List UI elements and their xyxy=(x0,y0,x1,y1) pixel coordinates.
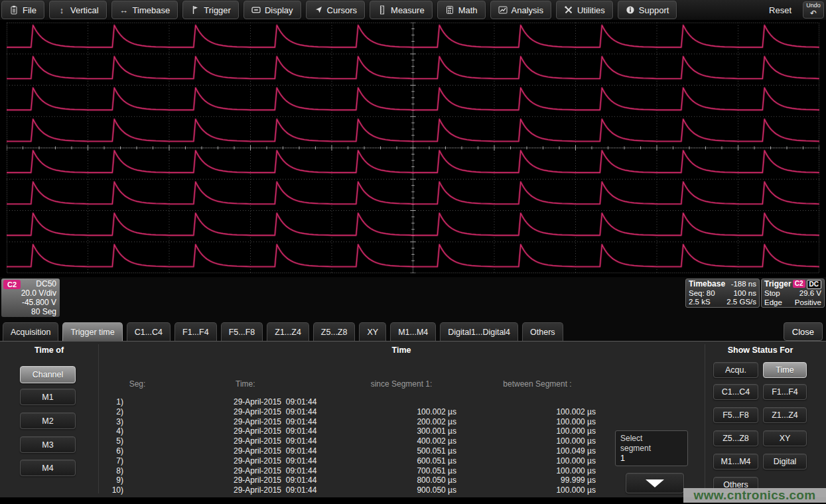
trigger-slope: Positive xyxy=(795,298,821,308)
cell-seg: 1) xyxy=(100,397,123,407)
trigger-descriptor[interactable]: Trigger C2DC Stop29.6 V EdgePositive xyxy=(761,279,825,308)
tab-z1-z4[interactable]: Z1...Z4 xyxy=(267,322,309,341)
menu-label: Timebase xyxy=(133,5,171,15)
cell-seg: 9) xyxy=(100,475,123,485)
status-xy-button[interactable]: XY xyxy=(763,430,807,446)
status-time-button[interactable]: Time xyxy=(763,362,807,378)
channel-c2-descriptor[interactable]: C2 DC50 20.0 V/div -45.800 V 80 Seg xyxy=(1,279,60,317)
undo-button[interactable]: Undo ↶ xyxy=(803,1,824,19)
cell-between: 100.000 µs xyxy=(511,436,596,446)
cell-seg: 7) xyxy=(100,456,123,466)
menu-trigger-button[interactable]: Trigger xyxy=(182,1,239,19)
cell-time: 29-April-2015 09:01:44 xyxy=(234,407,316,416)
timebase-scale: 100 ns xyxy=(733,289,756,298)
time-of-m1-button[interactable]: M1 xyxy=(20,389,76,405)
menu-file-button[interactable]: File xyxy=(1,1,44,19)
cell-time: 29-April-2015 09:01:44 xyxy=(234,485,316,495)
tab-trigger-time[interactable]: Trigger time xyxy=(62,322,122,341)
menu-label: Math xyxy=(458,5,478,15)
tab-c1-c4[interactable]: C1...C4 xyxy=(127,322,171,341)
menu-label: Analysis xyxy=(512,5,543,15)
tab-m1-m4[interactable]: M1...M4 xyxy=(390,322,436,341)
vertical-arrows-icon: ↕ xyxy=(57,5,66,15)
tab-acquisition[interactable]: Acquisition xyxy=(3,322,58,341)
cell-since: 600.051 µs xyxy=(372,456,456,466)
trigger-coupling-badge: DC xyxy=(807,280,821,289)
descriptor-bar: C2 DC50 20.0 V/div -45.800 V 80 Seg Time… xyxy=(0,277,826,321)
trigger-source-badge: C2 xyxy=(793,280,805,288)
close-button[interactable]: Close xyxy=(784,322,823,341)
table-row: 8)29-April-2015 09:01:44700.051 µs100.00… xyxy=(100,466,604,476)
tab-digital1-digital4[interactable]: Digital1...Digital4 xyxy=(440,322,518,341)
tab-others[interactable]: Others xyxy=(522,322,563,341)
menu-label: Support xyxy=(639,5,669,15)
cell-time: 29-April-2015 09:01:44 xyxy=(234,436,316,446)
status-acqu-button[interactable]: Acqu. xyxy=(713,362,758,378)
table-row: 3)29-April-2015 09:01:44200.002 µs100.00… xyxy=(100,417,604,427)
menu-cursors-button[interactable]: Cursors xyxy=(306,1,366,19)
menu-timebase-button[interactable]: ↔Timebase xyxy=(111,1,178,19)
show-status-title: Show Status For xyxy=(708,346,813,355)
chart-icon xyxy=(498,5,508,15)
status-z1-z4-button[interactable]: Z1...Z4 xyxy=(763,407,807,423)
status-f1-f4-button[interactable]: F1...F4 xyxy=(763,384,807,400)
horizontal-arrows-icon: ↔ xyxy=(119,5,129,15)
cell-between: 100.002 µs xyxy=(511,407,596,416)
cell-between: 100.000 µs xyxy=(511,426,596,436)
timebase-delay: -188 ns xyxy=(731,280,756,289)
menu-math-button[interactable]: Math xyxy=(437,1,486,19)
tab-z5-z8[interactable]: Z5...Z8 xyxy=(313,322,356,341)
menu-analysis-button[interactable]: Analysis xyxy=(490,1,551,19)
status-z5-z8-button[interactable]: Z5...Z8 xyxy=(713,430,758,446)
status-c1-c4-button[interactable]: C1...C4 xyxy=(713,384,758,400)
cursor-arrow-icon xyxy=(314,5,323,15)
menu-label: Vertical xyxy=(70,5,99,15)
cell-since: 200.002 µs xyxy=(372,417,456,426)
col-header-between: between Segment : xyxy=(498,379,577,389)
cell-time: 29-April-2015 09:01:44 xyxy=(234,456,316,466)
time-of-channel-button[interactable]: Channel xyxy=(20,366,76,383)
table-row: 7)29-April-2015 09:01:44600.051 µs100.00… xyxy=(100,456,604,466)
menu-measure-button[interactable]: Measure xyxy=(370,1,433,19)
menu-support-button[interactable]: Support xyxy=(618,1,677,19)
table-row: 6)29-April-2015 09:01:44500.051 µs100.04… xyxy=(100,446,604,456)
channel-offset: -45.800 V xyxy=(22,298,56,307)
cell-between: 100.000 µs xyxy=(511,485,596,495)
cell-time: 29-April-2015 09:01:44 xyxy=(234,466,316,475)
ruler-icon xyxy=(378,5,387,15)
channel-scale: 20.0 V/div xyxy=(21,288,56,298)
tab-xy[interactable]: XY xyxy=(359,322,386,341)
status-digital-button[interactable]: Digital xyxy=(763,454,807,470)
cell-seg: 3) xyxy=(100,417,123,426)
menu-label: Display xyxy=(265,5,293,15)
select-segment-field[interactable]: Select segment 1 xyxy=(615,430,688,466)
cell-seg: 2) xyxy=(100,407,123,416)
timebase-descriptor[interactable]: Timebase-188 ns Seq: 80100 ns 2.5 kS2.5 … xyxy=(685,279,760,308)
tab-f1-f4[interactable]: F1...F4 xyxy=(174,322,217,341)
status-f5-f8-button[interactable]: F5...F8 xyxy=(713,407,758,423)
time-of-m2-button[interactable]: M2 xyxy=(20,412,76,429)
reset-button[interactable]: Reset xyxy=(769,0,792,20)
menu-vertical-button[interactable]: ↕Vertical xyxy=(49,1,107,19)
sequence-waveform-grid xyxy=(7,23,819,273)
time-of-m3-button[interactable]: M3 xyxy=(20,436,76,453)
trigger-title: Trigger xyxy=(764,280,792,289)
menu-utilities-button[interactable]: Utilities xyxy=(556,1,613,19)
undo-label: Undo xyxy=(806,3,821,9)
cell-time: 29-April-2015 09:01:44 xyxy=(234,446,316,456)
scroll-down-button[interactable] xyxy=(626,473,684,493)
cell-seg: 4) xyxy=(100,426,123,436)
channel-badge: C2 xyxy=(3,280,21,289)
status-m1-m4-button[interactable]: M1...M4 xyxy=(713,454,758,470)
time-of-m4-button[interactable]: M4 xyxy=(20,460,76,476)
tab-f5-f8[interactable]: F5...F8 xyxy=(221,322,263,341)
menu-label: Measure xyxy=(391,5,425,15)
monitor-icon xyxy=(251,5,261,15)
divider xyxy=(98,344,99,493)
table-row: 9)29-April-2015 09:01:44800.050 µs99.999… xyxy=(100,475,604,485)
channel-coupling: DC50 xyxy=(36,279,56,288)
cell-between: 100.049 µs xyxy=(511,446,596,456)
cell-time: 29-April-2015 09:01:44 xyxy=(234,475,316,485)
menu-display-button[interactable]: Display xyxy=(243,1,301,19)
cell-since: 300.001 µs xyxy=(372,426,456,436)
